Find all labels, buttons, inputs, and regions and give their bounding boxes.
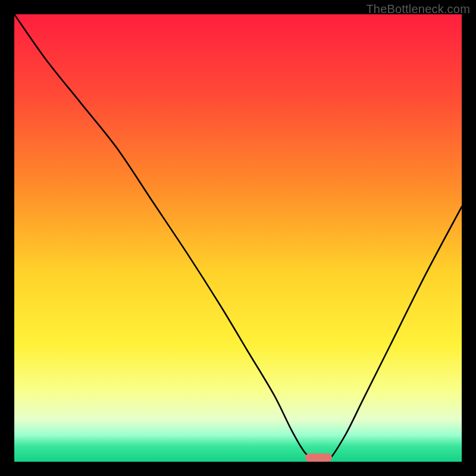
chart-frame: TheBottleneck.com <box>0 0 476 476</box>
optimal-point-marker <box>305 453 332 462</box>
watermark-text: TheBottleneck.com <box>366 2 470 16</box>
plot-area <box>14 14 462 462</box>
bottleneck-curve <box>14 14 462 462</box>
